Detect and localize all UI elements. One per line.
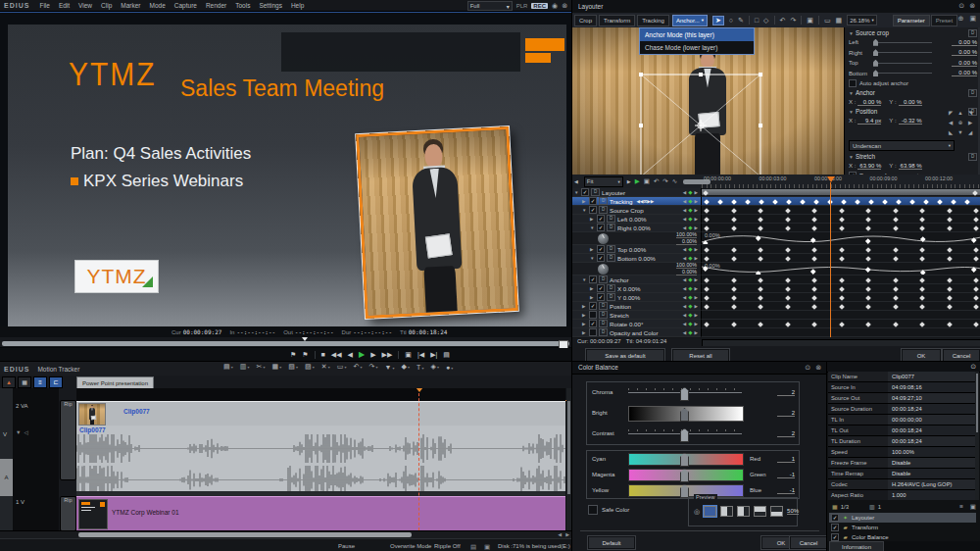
keyframe-diamond[interactable] bbox=[973, 247, 979, 253]
frame-forward-icon[interactable]: ▶ bbox=[370, 350, 375, 359]
dial-knob[interactable] bbox=[598, 264, 609, 275]
keyframe-diamond[interactable] bbox=[759, 199, 764, 205]
tree-row-position[interactable]: ▶✓DPosition◀◆▶ bbox=[572, 302, 980, 311]
redo-icon[interactable]: ↷ ▾ bbox=[369, 363, 378, 371]
effects-icon[interactable]: ◈ ▾ bbox=[430, 363, 439, 371]
keyframe-diamond[interactable] bbox=[811, 247, 817, 253]
slider-track[interactable] bbox=[628, 433, 742, 434]
keyframe-diamond[interactable] bbox=[758, 208, 763, 214]
select-tool-icon[interactable]: ➤ bbox=[712, 16, 724, 25]
trim-icon[interactable]: ▭ ▾ bbox=[337, 363, 347, 371]
slider-handle[interactable] bbox=[873, 49, 878, 56]
tab-crop[interactable]: Crop bbox=[574, 15, 597, 26]
keyframe-diamond[interactable] bbox=[973, 295, 979, 301]
keyframe-diamond[interactable] bbox=[785, 247, 791, 253]
keyframe-diamond[interactable] bbox=[947, 225, 953, 231]
focus-icon[interactable]: ▣ bbox=[807, 17, 813, 25]
tree-row-layouter[interactable]: ▼✓DLayouter◀◆▶ bbox=[572, 188, 980, 197]
add-key-icon[interactable]: ◆ bbox=[688, 207, 692, 213]
graph-cell[interactable] bbox=[702, 320, 980, 328]
keyframe-nav[interactable]: ◀◆▶ bbox=[683, 255, 698, 261]
keyframe-diamond[interactable] bbox=[919, 295, 925, 301]
keyframe-diamond[interactable] bbox=[785, 208, 791, 214]
default-icon[interactable]: D bbox=[968, 89, 977, 97]
keyframe-diamond[interactable] bbox=[919, 277, 925, 283]
next-key-icon[interactable]: ▶ bbox=[695, 256, 698, 261]
keyframe-diamond[interactable] bbox=[865, 277, 871, 283]
minimize-icon[interactable]: ◉ bbox=[552, 2, 558, 10]
enable-checkbox[interactable]: ✓ bbox=[597, 215, 605, 223]
scroll-right-icon[interactable]: ▶ bbox=[565, 531, 569, 537]
graph-cell[interactable] bbox=[702, 206, 980, 215]
keyframe-diamond[interactable] bbox=[919, 256, 925, 262]
close-icon[interactable]: ⊗ bbox=[562, 2, 567, 10]
keyframe-nav[interactable]: ◀◆▶ bbox=[683, 329, 698, 335]
ripple-cell-track1[interactable]: Rip bbox=[60, 496, 76, 531]
enable-checkbox[interactable]: ✓ bbox=[589, 197, 597, 205]
video-clip[interactable]: Clip0077 bbox=[76, 401, 565, 426]
add-key-icon[interactable]: ◆ bbox=[688, 312, 692, 318]
loop-icon[interactable]: ▣ bbox=[405, 350, 412, 359]
status-icon-2[interactable]: ▣ bbox=[484, 543, 490, 551]
keyframe-diamond[interactable] bbox=[947, 322, 953, 327]
add-key-icon[interactable]: ◆ bbox=[688, 198, 692, 204]
graph-cell[interactable] bbox=[702, 328, 980, 337]
tree-cell[interactable]: ▼✓DAnchor◀◆▶ bbox=[572, 276, 702, 284]
keyframe-playhead[interactable] bbox=[830, 182, 831, 337]
keyframe-diamond[interactable] bbox=[758, 277, 763, 283]
graph-cell[interactable] bbox=[702, 284, 980, 293]
tracking-nav-icons[interactable]: ◀◀⊠▶▶ bbox=[637, 199, 655, 204]
keyframe-diamond[interactable] bbox=[865, 256, 871, 262]
keyframe-diamond[interactable] bbox=[973, 277, 979, 283]
tree-row-y[interactable]: ▶✓DY 0.00%◀◆▶ bbox=[572, 293, 980, 302]
dial-knob[interactable] bbox=[598, 233, 609, 244]
keyframe-diamond[interactable] bbox=[758, 217, 763, 223]
menu-help[interactable]: Help bbox=[291, 2, 304, 9]
slider-handle[interactable] bbox=[873, 39, 878, 46]
keyframe-diamond[interactable] bbox=[704, 199, 710, 205]
expander-icon[interactable]: ▼ bbox=[590, 225, 595, 230]
status-icon-1[interactable]: ▤ bbox=[470, 543, 476, 551]
keyframe-diamond[interactable] bbox=[811, 225, 817, 231]
add-key-icon[interactable]: ◆ bbox=[688, 276, 692, 282]
expander-icon[interactable]: ▶ bbox=[582, 330, 587, 335]
prev-key-icon[interactable]: ◀ bbox=[683, 330, 686, 335]
graph-cell[interactable]: 0.00% bbox=[702, 263, 980, 276]
keyframe-diamond[interactable] bbox=[785, 217, 791, 223]
slider-handle[interactable] bbox=[680, 408, 689, 422]
next-key-icon[interactable]: ▶ bbox=[695, 304, 698, 309]
keyframe-diamond[interactable] bbox=[704, 277, 710, 283]
keyframe-diamond[interactable] bbox=[704, 225, 710, 231]
keyframe-diamond[interactable] bbox=[893, 256, 899, 262]
fast-forward-icon[interactable]: ▶▶ bbox=[382, 350, 393, 359]
keyframe-diamond[interactable] bbox=[839, 277, 845, 283]
position-dpad[interactable]: ◤▲◥◀⊕▶◣▼◢ bbox=[946, 108, 975, 137]
keyframe-diamond[interactable] bbox=[865, 322, 871, 327]
keyframe-nav[interactable]: ◀◆▶ bbox=[683, 246, 698, 252]
prev-key-icon[interactable]: ◀ bbox=[683, 256, 686, 261]
bright-slider-track[interactable] bbox=[628, 406, 744, 422]
cut-icon[interactable]: ✂ ▾ bbox=[257, 363, 266, 371]
keyframe-diamond[interactable] bbox=[973, 286, 979, 292]
expander-icon[interactable]: ▶ bbox=[590, 286, 595, 291]
expander-icon[interactable]: ▶ bbox=[582, 199, 587, 204]
hscroll-thumb[interactable] bbox=[78, 532, 412, 537]
keyframe-diamond[interactable] bbox=[893, 295, 899, 301]
zoom-tool-icon[interactable]: ○ bbox=[729, 17, 733, 24]
preview-full-icon[interactable] bbox=[704, 506, 716, 517]
preview-split-bottom-icon[interactable] bbox=[770, 506, 783, 517]
add-key-icon[interactable]: ◆ bbox=[688, 321, 692, 326]
keyframe-diamond[interactable] bbox=[973, 208, 979, 214]
keyframe-diamond[interactable] bbox=[973, 322, 979, 327]
save-icon[interactable]: ▥ ▾ bbox=[240, 363, 250, 371]
redo-icon[interactable]: ↷ bbox=[790, 17, 796, 25]
tree-cell[interactable]: ▼✓DLayouter◀◆▶ bbox=[572, 188, 702, 197]
keyframe-diamond[interactable] bbox=[731, 277, 737, 283]
graph-cell[interactable] bbox=[702, 188, 980, 197]
keyframe-diamond[interactable] bbox=[704, 322, 710, 327]
add-key-icon[interactable]: ◆ bbox=[688, 255, 692, 261]
keyframe-diamond[interactable] bbox=[973, 256, 979, 262]
close-icon[interactable]: ⊗ bbox=[815, 364, 821, 372]
enable-checkbox[interactable]: ✓ bbox=[581, 188, 589, 196]
insert-icon[interactable]: ▼ ▾ bbox=[385, 364, 395, 371]
